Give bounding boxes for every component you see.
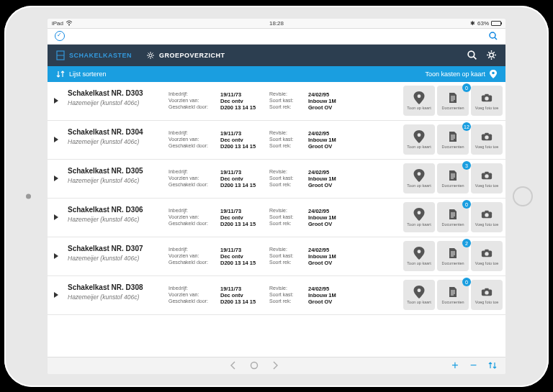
svg-rect-24 [485,210,488,212]
settings-icon[interactable] [486,50,497,60]
sort-icon[interactable] [56,70,65,78]
add-photo-button[interactable]: Voeg foto toe [471,86,503,116]
nav-back-icon[interactable] [230,361,237,370]
show-on-map-button[interactable]: Toon op kaart [403,163,435,193]
row-actions: Toon op kaartDocumenten3Voeg foto toe [400,160,505,198]
row-title-block: Schakelkast NR. D307Hazemeijer (kunstof … [65,237,166,275]
svg-point-0 [68,24,70,26]
remove-button[interactable]: − [470,359,477,372]
svg-point-8 [490,53,493,57]
svg-point-29 [485,252,488,255]
row-subtitle: Hazemeijer (kunstof 406c) [68,99,163,106]
svg-point-26 [418,250,421,253]
expand-icon[interactable] [48,160,65,198]
expand-icon[interactable] [48,199,65,237]
documents-button[interactable]: Documenten0 [437,86,469,116]
svg-point-17 [485,135,488,139]
home-button[interactable] [513,186,533,206]
svg-point-10 [418,94,421,98]
add-photo-button[interactable]: Voeg foto toe [471,280,503,310]
svg-point-5 [149,54,152,57]
camera-icon [481,247,493,259]
show-on-map-button[interactable]: Toon op kaart [403,280,435,310]
show-on-map-button[interactable]: Toon op kaart [403,241,435,271]
documents-button[interactable]: Documenten0 [437,280,469,310]
pin-icon [413,286,425,298]
list-row[interactable]: Schakelkast NR. D303Hazemeijer (kunstof … [48,82,505,121]
expand-icon[interactable] [48,82,65,120]
expand-icon[interactable] [48,276,65,314]
row-details: Inbedrijf:19/11/73Revisie:24/02/95Voorzi… [166,237,400,275]
svg-point-14 [418,133,421,137]
row-subtitle: Hazemeijer (kunstof 406c) [68,216,163,223]
svg-point-6 [468,51,475,58]
bluetooth-icon: ✱ [470,20,475,27]
svg-rect-28 [485,249,488,251]
status-bar: iPad 18:28 ✱ 63% [48,19,505,29]
pin-white-icon[interactable] [490,70,497,78]
checklist-icon[interactable] [55,31,65,41]
documents-button[interactable]: Documenten2 [437,241,469,271]
search-white-icon[interactable] [467,50,477,60]
nav-home-icon[interactable] [250,361,258,370]
add-photo-button[interactable]: Voeg foto toe [471,163,503,193]
sort-label[interactable]: Lijst sorteren [69,70,107,78]
pin-icon [413,209,425,220]
add-photo-button[interactable]: Voeg foto toe [471,202,503,232]
svg-point-1 [490,32,495,38]
search-icon[interactable] [488,31,498,41]
nav-forward-icon[interactable] [271,361,279,370]
expand-icon[interactable] [48,237,65,275]
show-on-map-button[interactable]: Toon op kaart [403,124,435,155]
cabinet-icon [56,50,65,60]
list-row[interactable]: Schakelkast NR. D304Hazemeijer (kunstof … [48,121,505,160]
battery-percent: 63% [477,20,489,27]
add-photo-button[interactable]: Voeg foto toe [471,241,503,271]
row-title-block: Schakelkast NR. D308Hazemeijer (kunstof … [65,276,166,314]
row-details: Inbedrijf:19/11/73Revisie:24/02/95Voorzi… [166,199,400,237]
svg-rect-16 [485,132,488,135]
ipad-frame: iPad 18:28 ✱ 63% SCHAKE [4,6,549,387]
row-actions: Toon op kaartDocumenten0Voeg foto toe [400,199,505,237]
gear-small-icon [146,51,155,60]
add-button[interactable]: + [451,359,458,372]
camera-icon [481,286,493,298]
row-actions: Toon op kaartDocumenten0Voeg foto toe [400,82,505,120]
svg-point-13 [485,96,488,100]
svg-point-30 [418,288,421,292]
list-row[interactable]: Schakelkast NR. D307Hazemeijer (kunstof … [48,237,505,276]
camera-dot [26,193,31,199]
row-title: Schakelkast NR. D305 [68,167,163,175]
list-row[interactable]: Schakelkast NR. D308Hazemeijer (kunstof … [48,276,505,315]
nav-bar [48,29,505,45]
tab-groepoverzicht[interactable]: GROEPOVERZICHT [146,51,225,60]
row-actions: Toon op kaartDocumenten12Voeg foto toe [400,121,505,159]
svg-point-22 [418,211,421,214]
row-subtitle: Hazemeijer (kunstof 406c) [68,293,163,301]
show-on-map-button[interactable]: Toon op kaart [403,202,435,232]
svg-rect-12 [485,94,488,96]
svg-point-18 [418,172,421,176]
carrier-label: iPad [52,20,63,27]
add-photo-button[interactable]: Voeg foto toe [471,124,503,155]
map-toggle-label[interactable]: Toon kasten op kaart [425,70,485,78]
documents-button[interactable]: Documenten0 [437,202,469,232]
reorder-button[interactable] [488,361,497,370]
svg-rect-32 [485,288,488,290]
tab-schakelkasten-label: SCHAKELKASTEN [69,52,132,59]
battery-icon [491,21,501,26]
pin-icon [413,170,425,181]
document-icon [447,131,459,142]
list-row[interactable]: Schakelkast NR. D305Hazemeijer (kunstof … [48,160,505,199]
show-on-map-button[interactable]: Toon op kaart [403,86,435,116]
row-title: Schakelkast NR. D307 [68,245,163,252]
documents-button[interactable]: Documenten12 [437,124,469,155]
row-details: Inbedrijf:19/11/73Revisie:24/02/95Voorzi… [166,160,400,198]
row-subtitle: Hazemeijer (kunstof 406c) [68,177,163,184]
list-row[interactable]: Schakelkast NR. D306Hazemeijer (kunstof … [48,199,505,237]
documents-button[interactable]: Documenten3 [437,163,469,193]
expand-icon[interactable] [48,121,65,159]
row-title-block: Schakelkast NR. D306Hazemeijer (kunstof … [65,199,166,237]
tab-schakelkasten[interactable]: SCHAKELKASTEN [56,50,132,60]
list-container[interactable]: Schakelkast NR. D303Hazemeijer (kunstof … [48,82,505,357]
